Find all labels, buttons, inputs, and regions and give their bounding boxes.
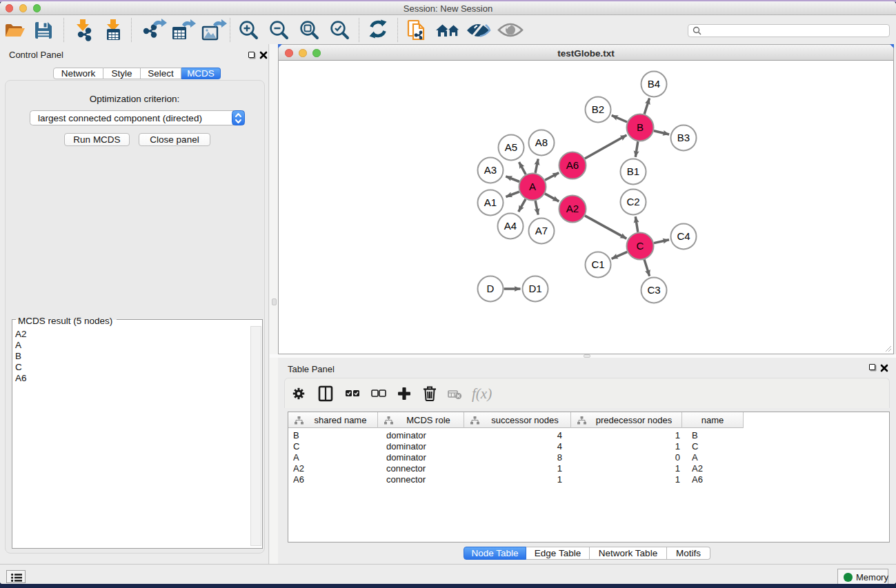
svg-text:C2: C2 [626,196,639,207]
svg-text:A5: A5 [505,141,517,153]
svg-text:f(x): f(x) [472,385,492,402]
svg-text:B1: B1 [627,165,639,177]
svg-text:A2: A2 [566,203,579,214]
svg-text:A: A [529,181,536,192]
svg-text:C3: C3 [647,284,660,296]
svg-text:A1: A1 [484,196,497,208]
svg-text:A4: A4 [504,220,517,232]
svg-text:A3: A3 [484,164,497,176]
svg-text:B4: B4 [648,78,660,90]
svg-text:B2: B2 [592,103,604,115]
svg-text:D: D [487,283,495,294]
svg-text:A7: A7 [535,225,548,236]
svg-text:A6: A6 [566,159,579,171]
svg-text:A8: A8 [535,136,548,148]
svg-text:C: C [637,240,644,252]
svg-text:B: B [637,121,644,133]
svg-text:C1: C1 [591,258,604,270]
svg-text:C4: C4 [677,230,690,242]
svg-text:D1: D1 [528,283,541,294]
svg-text:B3: B3 [677,132,690,143]
